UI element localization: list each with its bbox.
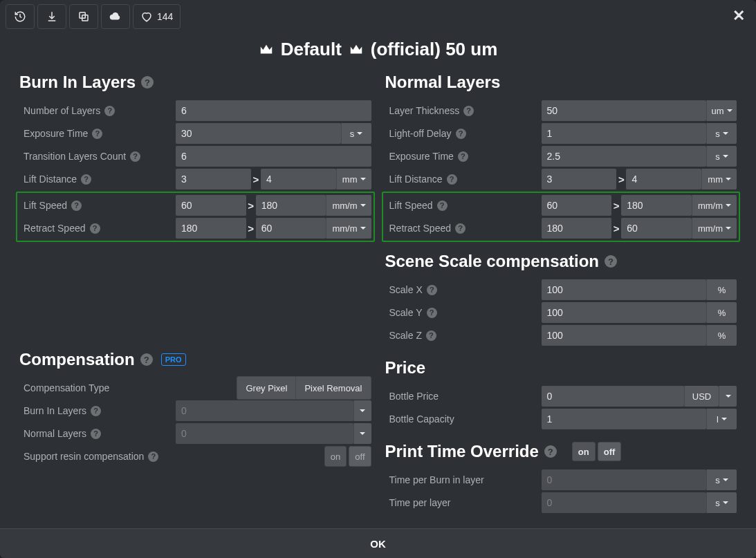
normal-lift-speed-label: Lift Speed ? [385, 200, 537, 211]
comp-burn-layers-input[interactable] [176, 400, 353, 421]
help-icon[interactable]: ? [91, 406, 101, 416]
normal-lift-speed-b[interactable] [621, 195, 692, 216]
print-time-heading: Print Time Override ? on off [385, 442, 737, 461]
normal-exposure-time-row: Exposure Time ? s [385, 146, 737, 167]
bottle-capacity-unit[interactable]: l [706, 409, 737, 429]
help-icon[interactable]: ? [544, 445, 557, 458]
grey-pixel-button[interactable]: Grey Pixel [237, 376, 296, 400]
light-off-delay-unit[interactable]: s [706, 123, 737, 144]
normal-lift-speed-a[interactable] [542, 195, 612, 216]
help-icon[interactable]: ? [91, 429, 101, 439]
compensation-type-label: Compensation Type [19, 382, 109, 393]
copy-button[interactable] [69, 4, 98, 29]
bottle-price-currency-dd[interactable] [719, 386, 737, 407]
time-layer-input[interactable] [542, 492, 707, 513]
scale-x-row: Scale X ? % [385, 279, 737, 300]
scale-z-input[interactable] [542, 325, 707, 346]
help-icon[interactable]: ? [447, 174, 457, 185]
help-icon[interactable]: ? [455, 223, 465, 234]
normal-retract-speed-row: Retract Speed ? > mm/m [385, 218, 737, 239]
help-icon[interactable]: ? [427, 308, 437, 318]
support-resin-row: Support resin compensation ? on off [19, 446, 371, 467]
transition-layers-input[interactable] [176, 146, 371, 167]
bottle-price-row: Bottle Price USD [385, 386, 737, 407]
normal-lift-distance-row: Lift Distance ? > mm [385, 169, 737, 189]
close-icon: ✕ [732, 7, 745, 25]
normal-retract-speed-b[interactable] [621, 218, 692, 239]
bottle-price-unit[interactable]: USD [684, 386, 719, 407]
help-icon[interactable]: ? [463, 106, 474, 116]
help-icon[interactable]: ? [90, 223, 100, 234]
help-icon[interactable]: ? [605, 255, 617, 268]
help-icon[interactable]: ? [140, 353, 153, 366]
support-resin-off[interactable]: off [349, 446, 371, 467]
layer-thickness-unit[interactable]: um [706, 100, 737, 121]
burn-retract-speed-a[interactable] [176, 218, 246, 239]
pixel-removal-button[interactable]: Pixel Removal [296, 376, 371, 400]
pro-badge: PRO [161, 353, 186, 366]
number-of-layers-input[interactable] [176, 100, 371, 121]
burn-lift-distance-label: Lift Distance ? [19, 174, 172, 185]
burn-exposure-time-input[interactable] [176, 123, 341, 144]
help-icon[interactable]: ? [426, 331, 436, 341]
normal-lift-distance-a[interactable] [542, 169, 617, 189]
transition-layers-label: Transition Layers Count ? [19, 151, 172, 162]
help-icon[interactable]: ? [141, 76, 154, 89]
normal-exposure-time-unit[interactable]: s [706, 146, 737, 167]
help-icon[interactable]: ? [456, 129, 466, 139]
cloud-button[interactable] [101, 4, 130, 29]
normal-retract-speed-unit[interactable]: mm/m [692, 218, 737, 239]
normal-retract-speed-a[interactable] [542, 218, 612, 239]
history-button[interactable] [6, 4, 35, 29]
burn-lift-distance-b[interactable] [261, 169, 336, 189]
light-off-delay-input[interactable] [542, 123, 707, 144]
layer-thickness-input[interactable] [542, 100, 707, 121]
close-button[interactable]: ✕ [727, 4, 750, 28]
time-burn-input[interactable] [542, 469, 707, 490]
likes-button[interactable]: 144 [133, 4, 181, 29]
time-burn-label: Time per Burn in layer [385, 474, 537, 485]
help-icon[interactable]: ? [104, 106, 115, 116]
scale-x-input[interactable] [542, 279, 707, 300]
burn-lift-distance-unit[interactable]: mm [336, 169, 371, 189]
help-icon[interactable]: ? [81, 174, 91, 185]
comp-normal-layers-unit[interactable] [353, 423, 371, 444]
bottle-price-input[interactable] [542, 386, 685, 407]
burn-lift-distance-a[interactable] [176, 169, 251, 189]
burn-lift-speed-a[interactable] [176, 195, 246, 216]
help-icon[interactable]: ? [148, 452, 158, 462]
normal-lift-distance-unit[interactable]: mm [701, 169, 737, 189]
content: Burn In Layers ? Number of Layers ? Expo… [0, 73, 756, 528]
page-title: Default (official) 50 um [0, 29, 756, 73]
comp-normal-layers-input[interactable] [176, 423, 353, 444]
print-time-off[interactable]: off [598, 442, 622, 461]
download-button[interactable] [37, 4, 66, 29]
help-icon[interactable]: ? [437, 201, 448, 211]
title-prefix: Default [281, 39, 342, 60]
help-icon[interactable]: ? [427, 285, 437, 295]
support-resin-on[interactable]: on [324, 446, 347, 467]
help-icon[interactable]: ? [92, 129, 102, 139]
burn-lift-speed-b[interactable] [256, 195, 326, 216]
burn-retract-speed-unit[interactable]: mm/m [326, 218, 371, 239]
burn-retract-speed-b[interactable] [256, 218, 326, 239]
burn-lift-speed-unit[interactable]: mm/m [326, 195, 371, 216]
scale-y-input[interactable] [542, 302, 707, 323]
comp-normal-layers-label: Normal Layers ? [19, 428, 172, 439]
help-icon[interactable]: ? [130, 151, 140, 162]
time-burn-unit[interactable]: s [706, 469, 737, 490]
ok-button[interactable]: OK [0, 528, 756, 558]
compensation-heading-text: Compensation [19, 350, 135, 369]
normal-exposure-time-input[interactable] [542, 146, 707, 167]
normal-lift-distance-b[interactable] [626, 169, 701, 189]
normal-retract-speed-label: Retract Speed ? [385, 223, 537, 234]
print-time-toggle: on off [572, 442, 622, 461]
normal-lift-speed-unit[interactable]: mm/m [692, 195, 737, 216]
time-layer-unit[interactable]: s [706, 492, 737, 513]
print-time-on[interactable]: on [572, 442, 596, 461]
bottle-capacity-input[interactable] [542, 409, 707, 429]
burn-exposure-time-unit[interactable]: s [341, 123, 371, 144]
help-icon[interactable]: ? [71, 201, 82, 211]
help-icon[interactable]: ? [458, 151, 468, 162]
comp-burn-layers-unit[interactable] [353, 400, 371, 421]
